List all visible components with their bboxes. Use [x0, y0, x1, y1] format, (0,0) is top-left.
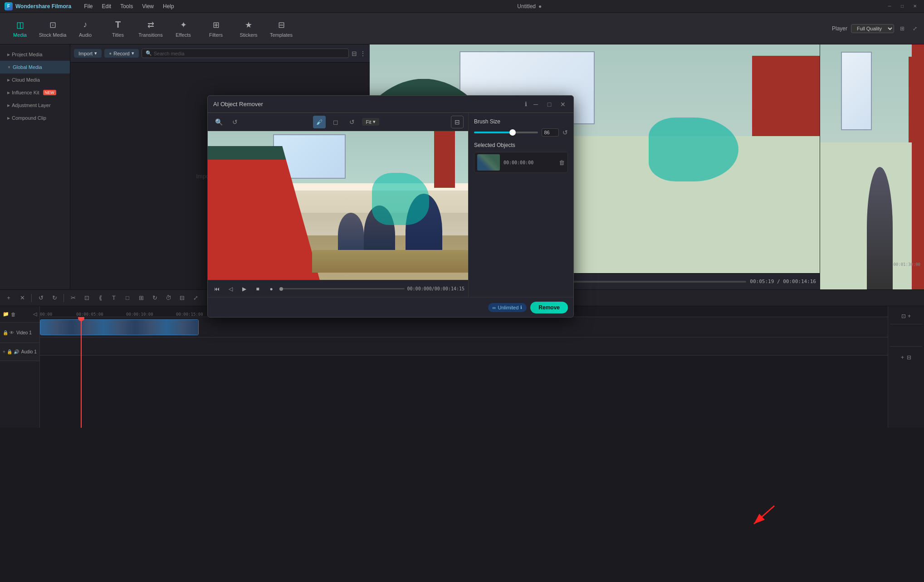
modal-play[interactable]: ▶ [239, 284, 249, 294]
modal-dot[interactable]: ● [266, 284, 277, 294]
brush-size-slider[interactable] [474, 132, 538, 133]
total-time: 00:00:14:16 [783, 279, 816, 284]
track-arrow-icon[interactable]: ◁ [33, 311, 37, 317]
import-button[interactable]: Import ▾ [74, 49, 102, 58]
tl-icon2[interactable]: + [908, 313, 911, 319]
modal-progress-bar[interactable] [279, 288, 405, 289]
undo-modal-button[interactable]: ↺ [229, 116, 241, 128]
text-button[interactable]: T [108, 292, 120, 304]
remove-button[interactable]: Remove [530, 302, 568, 313]
modal-maximize-button[interactable]: □ [544, 99, 554, 109]
add-layer-button[interactable]: + [3, 292, 15, 304]
fit-button[interactable]: Fit ▾ [362, 118, 379, 126]
modal-video-area: 🔍 ↺ 🖌 ◻ ↺ Fit ▾ ⊟ [208, 113, 468, 297]
tool-audio[interactable]: ♪ Audio [70, 15, 101, 43]
sidebar-item-influence-kit[interactable]: ▶ Influence Kit NEW [0, 86, 70, 99]
video-clip[interactable] [40, 319, 199, 335]
video-eye-icon[interactable]: 👁 [10, 330, 14, 335]
menu-tools[interactable]: Tools [116, 0, 137, 13]
tool-transitions[interactable]: ⇄ Transitions [135, 15, 166, 43]
layout-icon[interactable]: ⊞ [898, 24, 907, 33]
triangle-icon: ▶ [7, 53, 10, 57]
filters-label: Filters [209, 32, 223, 38]
modal-close-button[interactable]: ✕ [558, 99, 568, 109]
audio-add-icon[interactable]: + [3, 349, 5, 354]
modal-step-back[interactable]: ◁ [225, 284, 236, 294]
menu-file[interactable]: File [79, 0, 97, 13]
eraser-tool-button[interactable]: ◻ [329, 116, 342, 128]
vp-teal-obj [649, 117, 738, 181]
tool-effects[interactable]: ✦ Effects [168, 15, 199, 43]
menu-view[interactable]: View [137, 0, 158, 13]
modal-time-display: 00:00:000/00:00:14:15 [407, 286, 464, 291]
tl-add-icon2[interactable]: ⊟ [907, 354, 911, 361]
split-button[interactable]: ⟪ [94, 292, 106, 304]
audio-lock-icon[interactable]: 🔒 [7, 349, 12, 354]
more-options-icon[interactable]: ⋮ [360, 50, 366, 57]
selected-objects-section: Selected Objects 00:00:00:00 🗑 [474, 142, 568, 173]
tool-filters[interactable]: ⊞ Filters [200, 15, 231, 43]
tool-titles[interactable]: T Titles [103, 15, 133, 43]
brush-size-input[interactable] [542, 128, 559, 137]
timer-button[interactable]: ⏱ [162, 292, 174, 304]
video-track-right [890, 326, 922, 347]
brush-tool-button[interactable]: 🖌 [313, 116, 326, 128]
triangle-icon-5: ▶ [7, 103, 10, 108]
tool-media[interactable]: ◫ Media [5, 15, 35, 43]
close-button[interactable]: ✕ [910, 2, 919, 11]
sidebar-item-adjustment-layer[interactable]: ▶ Adjustment Layer [0, 99, 70, 112]
modal-minimize-button[interactable]: ─ [531, 99, 541, 109]
minimize-button[interactable]: ─ [885, 2, 894, 11]
crop-button[interactable]: ⊡ [81, 292, 93, 304]
tool-stock-media[interactable]: ⊡ Stock Media [37, 15, 68, 43]
delete-object-button[interactable]: 🗑 [559, 159, 565, 166]
transitions-icon: ⇄ [145, 20, 156, 30]
shape-button[interactable]: □ [122, 292, 133, 304]
screenshot-button[interactable]: ⊟ [451, 116, 464, 128]
delete-button[interactable]: ✕ [16, 292, 28, 304]
timeline-top-controls: ⊡ + [890, 308, 922, 324]
maximize-button[interactable]: □ [898, 2, 907, 11]
brush-reset-button[interactable]: ↺ [562, 129, 568, 136]
app-logo: F Wondershare Filmora [5, 2, 71, 10]
modal-stop[interactable]: ■ [252, 284, 263, 294]
playhead[interactable] [81, 317, 82, 428]
expand-button[interactable]: ⤢ [190, 292, 201, 304]
tool-stickers[interactable]: ★ Stickers [233, 15, 264, 43]
reset-tool-button[interactable]: ↺ [346, 116, 358, 128]
zoom-out-button[interactable]: 🔍 [212, 116, 225, 128]
triangle-icon-2: ▼ [7, 65, 11, 69]
tool-templates[interactable]: ⊟ Templates [266, 15, 297, 43]
sidebar-item-project-media[interactable]: ▶ Project Media [0, 48, 70, 61]
audio-mute-icon[interactable]: 🔊 [14, 349, 19, 354]
unlimited-badge[interactable]: ∞ Unlimited ℹ [488, 303, 527, 312]
filter-icon[interactable]: ⊟ [352, 50, 357, 57]
search-media-box[interactable]: 🔍 Search media [142, 49, 349, 58]
svg-line-1 [754, 506, 774, 524]
track-delete-icon[interactable]: 🗑 [11, 312, 16, 317]
brush-slider-row: ↺ [474, 128, 568, 137]
stock-media-icon: ⊡ [47, 20, 58, 30]
redo-button[interactable]: ↻ [49, 292, 60, 304]
video-lock-icon[interactable]: 🔒 [3, 330, 8, 335]
quality-select[interactable]: Full Quality Half Quality [851, 24, 894, 33]
undo-button[interactable]: ↺ [35, 292, 47, 304]
right-time: 00:01:30:00 [893, 262, 920, 267]
sidebar-item-compound-clip[interactable]: ▶ Compound Clip [0, 112, 70, 124]
tl-add-icon[interactable]: + [901, 354, 904, 361]
modal-video-controls: ⏮ ◁ ▶ ■ ● 00:00:000/00:00:14:15 [208, 280, 468, 297]
sidebar-item-global-media[interactable]: ▼ Global Media [0, 61, 70, 73]
search-icon: 🔍 [146, 50, 152, 56]
rotate-button[interactable]: ↻ [149, 292, 161, 304]
expand-icon[interactable]: ⤢ [910, 24, 919, 33]
modal-skip-back[interactable]: ⏮ [211, 284, 222, 294]
cut-button[interactable]: ✂ [67, 292, 79, 304]
frame-button[interactable]: ⊟ [176, 292, 188, 304]
sidebar-item-cloud-media[interactable]: ▶ Cloud Media [0, 73, 70, 86]
tl-icon1[interactable]: ⊡ [901, 313, 906, 319]
zoom-fit-button[interactable]: ⊞ [135, 292, 147, 304]
record-button[interactable]: ● Record ▾ [104, 49, 139, 58]
menu-edit[interactable]: Edit [97, 0, 116, 13]
modal-info-icon[interactable]: ℹ [525, 101, 527, 108]
menu-help[interactable]: Help [158, 0, 179, 13]
